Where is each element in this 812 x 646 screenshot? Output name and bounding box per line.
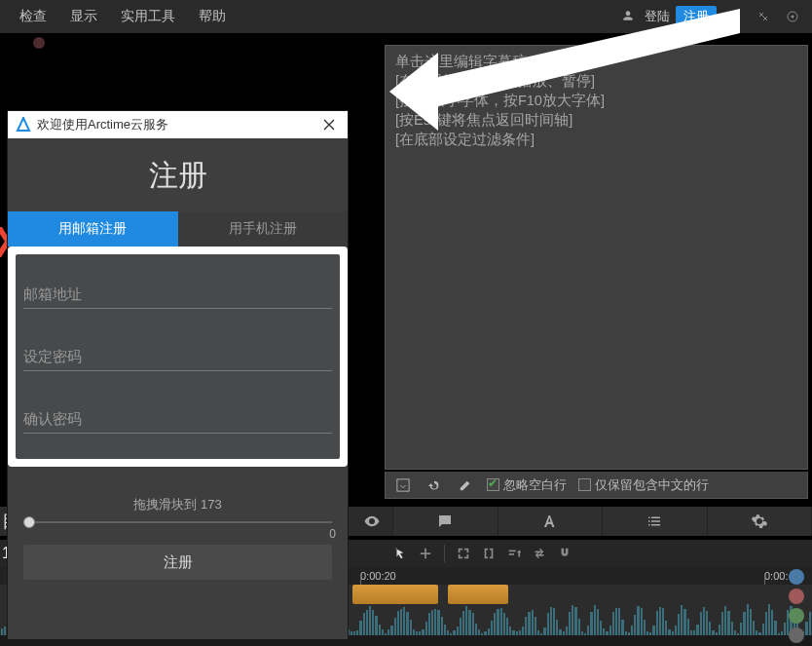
edit-icon[interactable] (456, 475, 475, 495)
dialog-heading: 注册 (8, 156, 348, 196)
tab-font[interactable] (498, 507, 604, 536)
checkbox-icon (578, 478, 591, 491)
email-field-wrap (23, 266, 332, 309)
keep-chinese-checkbox[interactable]: 仅保留包含中文的行 (578, 476, 709, 494)
tab-eye[interactable] (351, 507, 393, 536)
login-link[interactable]: 登陆 (645, 8, 670, 25)
tool-expand-icon[interactable] (453, 543, 474, 564)
tool-magnet-icon[interactable] (554, 543, 575, 564)
window-maximize-icon[interactable] (752, 5, 775, 28)
tab-list[interactable] (603, 507, 708, 536)
ignore-blank-checkbox[interactable]: 忽略空白行 (487, 476, 567, 494)
video-marker (33, 37, 45, 49)
tool-sort-icon[interactable] (503, 543, 525, 564)
dialog-titlebar: 欢迎使用Arctime云服务 (8, 111, 348, 138)
menubar: 检查 显示 实用工具 帮助 登陆 注册 (0, 0, 812, 33)
timeline-clip[interactable] (448, 585, 508, 604)
tool-add-icon[interactable] (415, 543, 436, 564)
hint-line: [在这里按F1键控制播放、暂停] (395, 71, 797, 91)
menu-inspect[interactable]: 检查 (8, 8, 58, 25)
tool-swap-icon[interactable] (529, 543, 550, 564)
tab-email-register[interactable]: 用邮箱注册 (8, 211, 178, 247)
layer-dot-icon[interactable] (789, 589, 804, 604)
ruler-tick: 0:00: (764, 567, 788, 585)
goto-line-icon[interactable] (393, 475, 413, 495)
captcha-slider-row: 拖拽滑块到 173 0 (8, 496, 348, 523)
subtitle-editor-panel[interactable]: 单击这里编辑字幕稿 [在这里按F1键控制播放、暂停] [按F9缩小字体，按F10… (385, 45, 808, 470)
layer-dot-icon[interactable] (789, 569, 804, 585)
menu-help[interactable]: 帮助 (187, 8, 238, 25)
undo-icon[interactable] (424, 475, 444, 495)
app-logo-icon (16, 117, 31, 133)
dialog-title: 欢迎使用Arctime云服务 (37, 116, 168, 133)
form-card (8, 247, 348, 467)
password-field-wrap (23, 328, 332, 371)
svg-rect-0 (729, 17, 739, 18)
register-submit-button[interactable]: 注册 (23, 545, 332, 580)
checkbox-label: 仅保留包含中文的行 (595, 476, 709, 494)
panel-tabbar (351, 507, 812, 536)
hint-line: [按Esc键将焦点返回时间轴] (395, 110, 797, 130)
confirm-field-wrap (23, 391, 332, 434)
tool-cursor-icon[interactable] (478, 543, 499, 564)
timeline-tool-ribbon (351, 540, 812, 567)
checkbox-label: 忽略空白行 (503, 476, 567, 494)
slider-thumb[interactable] (23, 516, 35, 528)
slider-end-value: 0 (329, 527, 336, 541)
tab-settings[interactable] (708, 507, 813, 536)
subtitle-hint-lines: 单击这里编辑字幕稿 [在这里按F1键控制播放、暂停] [按F9缩小字体，按F10… (386, 46, 807, 155)
hint-line: [按F9缩小字体，按F10放大字体] (395, 91, 797, 110)
checkbox-icon (487, 478, 499, 491)
register-top-button[interactable]: 注册 (676, 6, 717, 27)
slider-track[interactable]: 0 (23, 521, 332, 523)
timeline-clip[interactable] (352, 585, 438, 604)
subtitle-toolbar: 忽略空白行 仅保留包含中文的行 (385, 472, 808, 499)
password-field[interactable] (23, 348, 332, 370)
register-dialog: 欢迎使用Arctime云服务 注册 用邮箱注册 用手机注册 拖拽滑块到 173 … (8, 111, 348, 639)
slider-label: 拖拽滑块到 173 (8, 496, 348, 513)
timeline-layer-dots (789, 567, 810, 643)
dialog-close-button[interactable] (318, 114, 340, 135)
user-icon (621, 9, 639, 25)
tab-chat[interactable] (393, 507, 498, 536)
svg-point-2 (792, 16, 794, 19)
hint-line: [在底部设定过滤条件] (395, 130, 797, 149)
register-tabs: 用邮箱注册 用手机注册 (8, 211, 348, 247)
window-minimize-icon[interactable] (722, 5, 746, 28)
confirm-password-field[interactable] (23, 410, 332, 433)
menu-display[interactable]: 显示 (58, 8, 109, 25)
tool-pointer-icon[interactable] (389, 543, 411, 564)
layer-dot-icon[interactable] (789, 608, 804, 624)
ruler-tick: 0:00:20 (360, 567, 396, 585)
layer-dot-icon[interactable] (789, 627, 804, 643)
svg-rect-3 (397, 478, 409, 490)
hint-line: 单击这里编辑字幕稿 (395, 52, 797, 71)
menu-tools[interactable]: 实用工具 (109, 8, 187, 25)
email-field[interactable] (23, 285, 332, 308)
window-close-icon[interactable] (781, 5, 804, 28)
tab-phone-register[interactable]: 用手机注册 (178, 211, 349, 247)
